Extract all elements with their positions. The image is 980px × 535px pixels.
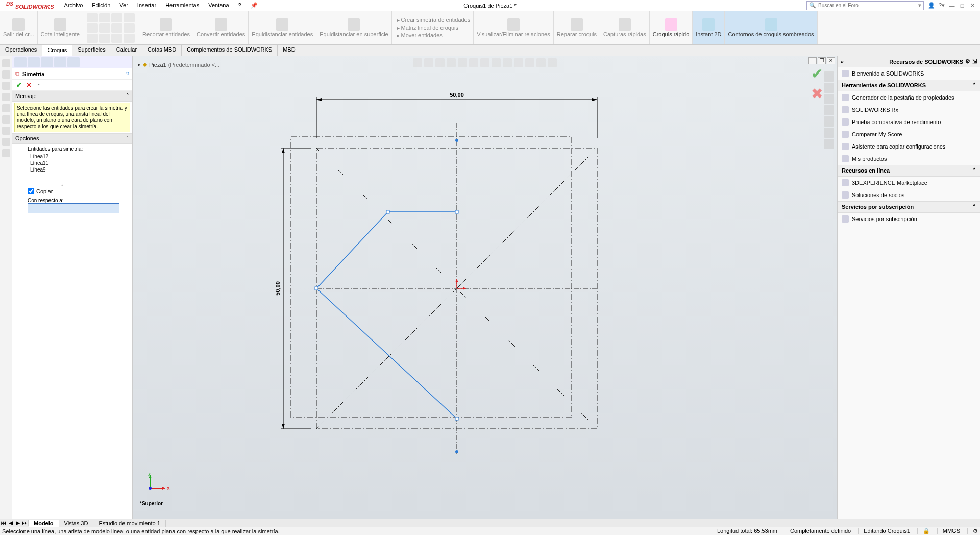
svg-marker-20 <box>592 98 597 101</box>
respect-to-selection[interactable] <box>28 203 119 213</box>
smart-dimension-button[interactable]: Cota inteligente <box>40 17 81 38</box>
collapse-icon[interactable]: ˄ <box>126 93 129 100</box>
rail-icon[interactable] <box>2 70 10 79</box>
tab-vistas3d[interactable]: Vistas 3D <box>59 520 94 527</box>
entities-listbox[interactable]: Línea12 Línea11 Línea9 <box>28 153 129 179</box>
help-icon[interactable]: ?▾ <box>938 2 945 9</box>
tool-link[interactable]: Asistente para copiar configuraciones <box>838 140 980 153</box>
menu-archivo[interactable]: Archivo <box>60 1 87 10</box>
rapid-sketch-button[interactable]: Croquis rápido <box>652 17 691 38</box>
minimize-icon[interactable]: — <box>948 3 955 9</box>
rail-icon[interactable] <box>2 104 10 112</box>
rail-icon[interactable] <box>2 127 10 135</box>
close-icon[interactable]: ✕ <box>969 2 976 9</box>
app-logo: DS SOLIDWORKS <box>0 1 60 10</box>
online-link[interactable]: 3DEXPERIENCE Marketplace <box>838 177 980 189</box>
linear-pattern-button[interactable]: ▸ Matriz lineal de croquis <box>396 24 459 32</box>
svg-marker-19 <box>316 98 322 101</box>
tool-link[interactable]: Generador de la pestaña de propiedades <box>838 91 980 104</box>
rail-icon[interactable] <box>2 115 10 124</box>
ok-button[interactable]: ✔ <box>16 81 22 89</box>
view-triad: x y <box>145 473 170 498</box>
shaded-contours-button[interactable]: Contornos de croquis sombreados <box>727 17 815 38</box>
menu-edicion[interactable]: Edición <box>88 1 114 10</box>
chevron-up-icon[interactable]: ˄ <box>973 82 976 89</box>
tool-link[interactable]: Comparar My Score <box>838 128 980 140</box>
offset-button[interactable]: Equidistanciar entidades <box>251 17 314 38</box>
repair-sketch-button[interactable]: Reparar croquis <box>556 17 598 38</box>
tab-complementos[interactable]: Complementos de SOLIDWORKS <box>182 45 278 56</box>
taskpane-title: Recursos de SOLIDWORKS <box>889 59 963 65</box>
menu-ver[interactable]: Ver <box>115 1 132 10</box>
copy-checkbox[interactable]: Copiar <box>28 188 129 194</box>
pushpin-icon[interactable]: -• <box>36 81 40 89</box>
menu-ventana[interactable]: Ventana <box>204 1 233 10</box>
search-box[interactable]: 🔍 ▾ <box>806 1 924 10</box>
tool-link[interactable]: SOLIDWORKS Rx <box>838 104 980 116</box>
tab-croquis[interactable]: Croquis <box>42 45 72 56</box>
trim-button[interactable]: Recortar entidades <box>141 17 191 38</box>
svg-rect-7 <box>386 210 389 213</box>
pin-icon[interactable]: ⇲ <box>972 58 977 65</box>
tab-motion-study[interactable]: Estudio de movimiento 1 <box>93 520 165 527</box>
tab-modelo[interactable]: Modelo <box>29 520 59 527</box>
menu-help[interactable]: ? <box>234 1 246 10</box>
property-help-icon[interactable]: ? <box>126 71 129 77</box>
tab-superficies[interactable]: Superficies <box>72 45 111 56</box>
search-dropdown-icon[interactable]: ▾ <box>918 2 921 9</box>
svg-rect-6 <box>315 287 318 290</box>
convert-button[interactable]: Convertir entidades <box>195 17 246 38</box>
search-input[interactable] <box>818 3 918 8</box>
tool-link[interactable]: Mis productos <box>838 153 980 165</box>
quick-snaps-button[interactable]: Capturas rápidas <box>602 17 647 38</box>
subscription-link[interactable]: Servicios por subscripción <box>838 213 980 225</box>
rail-icon[interactable] <box>2 93 10 101</box>
nav-next-icon[interactable]: ▶ <box>14 520 21 526</box>
status-units[interactable]: MMGS <box>937 528 960 534</box>
taskpane-collapse-icon[interactable]: « <box>841 59 844 65</box>
rail-icon[interactable] <box>2 149 10 157</box>
entity-item[interactable]: Línea12 <box>28 153 129 160</box>
status-gear-icon[interactable]: ⚙ <box>967 528 978 534</box>
chevron-up-icon[interactable]: ˄ <box>973 167 976 174</box>
tab-calcular[interactable]: Calcular <box>111 45 142 56</box>
graphics-area[interactable]: _ ❐ ✕ ▸ ◆ Pieza1 (Predeterminado <... ✔ … <box>133 56 837 519</box>
menu-bar: Archivo Edición Ver Insertar Herramienta… <box>60 1 262 10</box>
tool-link[interactable]: Prueba comparativa de rendimiento <box>838 116 980 128</box>
collapse-icon[interactable]: ˄ <box>126 135 129 142</box>
menu-pin-icon[interactable]: 📌 <box>247 1 262 10</box>
entity-item[interactable]: Línea9 <box>28 166 129 173</box>
exit-sketch-button[interactable]: Salir del cr... <box>2 17 35 38</box>
sketch-entities-grid[interactable] <box>87 13 135 43</box>
move-entities-button[interactable]: ▸ Mover entidades <box>396 32 444 39</box>
tab-cotas-mbd[interactable]: Cotas MBD <box>142 45 182 56</box>
instant-2d-button[interactable]: Instant 2D <box>695 17 722 38</box>
entity-item[interactable]: Línea11 <box>28 160 129 166</box>
welcome-link[interactable]: Bienvenido a SOLIDWORKS <box>838 67 980 80</box>
mirror-entities-button[interactable]: ▸ Crear simetría de entidades <box>396 16 472 24</box>
rail-icon[interactable] <box>2 138 10 146</box>
offset-surface-button[interactable]: Equidistanciar en superficie <box>318 17 389 38</box>
nav-prev-icon[interactable]: ◀ <box>7 520 14 526</box>
chevron-up-icon[interactable]: ˄ <box>973 204 976 210</box>
user-icon[interactable]: 👤 <box>928 2 935 9</box>
tab-mbd[interactable]: MBD <box>278 45 301 56</box>
rail-icon[interactable] <box>2 82 10 90</box>
status-length: Longitud total: 65.53mm <box>712 528 777 534</box>
nav-first-icon[interactable]: ⏮ <box>0 520 7 526</box>
tab-operaciones[interactable]: Operaciones <box>0 45 42 56</box>
menu-insertar[interactable]: Insertar <box>133 1 160 10</box>
list-handle-icon[interactable]: ◦ <box>61 182 129 188</box>
cancel-button[interactable]: ✕ <box>26 81 32 89</box>
dim-width: 50,00 <box>450 92 464 98</box>
menu-herramientas[interactable]: Herramientas <box>161 1 203 10</box>
display-relations-button[interactable]: Visualizar/Eliminar relaciones <box>476 17 551 38</box>
status-lock-icon[interactable]: 🔒 <box>917 528 930 534</box>
nav-last-icon[interactable]: ⏭ <box>21 520 29 526</box>
doc-close-icon[interactable]: ✕ <box>827 57 835 64</box>
online-link[interactable]: Soluciones de socios <box>838 189 980 201</box>
feature-tree-tabs[interactable] <box>12 56 132 68</box>
gear-icon[interactable]: ⚙ <box>965 58 970 65</box>
maximize-icon[interactable]: □ <box>959 3 966 9</box>
rail-icon[interactable] <box>2 59 10 67</box>
